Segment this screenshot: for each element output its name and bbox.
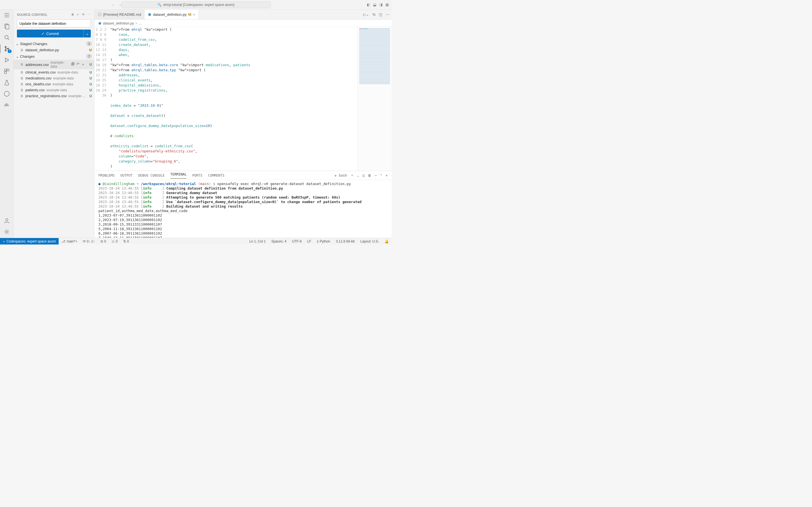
panel-close-icon[interactable]: × bbox=[386, 173, 388, 177]
layout-bottom-icon[interactable]: ⬓ bbox=[373, 3, 376, 7]
file-icon: 🗎 bbox=[20, 88, 24, 92]
file-entry[interactable]: 🗎dataset_definition.pyM bbox=[13, 47, 94, 53]
extensions-icon[interactable] bbox=[4, 68, 10, 74]
docker-icon[interactable] bbox=[4, 102, 10, 108]
tab-output[interactable]: OUTPUT bbox=[120, 173, 133, 177]
titlebar: ← → 🔍 ehrql-tutorial [Codespaces: expert… bbox=[0, 0, 392, 10]
status-warnings[interactable]: ⚠ 0 bbox=[109, 239, 120, 243]
layout-left-icon[interactable]: ◧ bbox=[367, 3, 370, 7]
breadcrumb-rest: … bbox=[139, 21, 142, 25]
status-errors[interactable]: ⊘ 0 bbox=[98, 239, 109, 243]
panel-tabs: PROBLEMS OUTPUT DEBUG CONSOLE TERMINAL P… bbox=[94, 171, 392, 180]
run-debug-icon[interactable] bbox=[4, 57, 10, 63]
command-center[interactable]: 🔍 ehrql-tutorial [Codespaces: expert spa… bbox=[121, 1, 271, 8]
status-ports[interactable]: ⇅ 0 bbox=[120, 239, 132, 243]
kill-terminal-icon[interactable]: 🗑 bbox=[368, 173, 371, 177]
line-number-gutter: 1 2 3 4 5 6 7 8 9 10 11 12 13 14 15 16 1… bbox=[94, 27, 110, 171]
commit-message-input[interactable] bbox=[17, 19, 91, 27]
search-activity-icon[interactable] bbox=[4, 34, 10, 41]
panel-more-icon[interactable]: ⋯ bbox=[375, 173, 377, 177]
breadcrumb[interactable]: ⬢ dataset_definition.py › … bbox=[94, 20, 392, 27]
file-name: dataset_definition.py bbox=[26, 48, 59, 52]
file-entry[interactable]: 🗎patients.csv example-dataU bbox=[13, 87, 94, 93]
svg-rect-14 bbox=[7, 105, 8, 106]
stage-icon[interactable]: ＋ bbox=[81, 62, 85, 67]
tab-readme[interactable]: ⓘ [Preview] README.md bbox=[94, 10, 145, 19]
commit-check-icon[interactable]: ✓ bbox=[77, 13, 79, 16]
run-icon[interactable]: ▷⌄ bbox=[363, 12, 369, 17]
svg-point-16 bbox=[6, 231, 8, 233]
file-entry[interactable]: 🗎addresses.csv example-data🗐↶＋U bbox=[13, 60, 94, 69]
file-status: M bbox=[89, 48, 92, 52]
nav-forward-icon[interactable]: → bbox=[118, 3, 122, 7]
file-status: U bbox=[89, 94, 92, 98]
split-editor-icon[interactable]: ◫ bbox=[379, 12, 382, 17]
new-terminal-icon[interactable]: ＋ bbox=[350, 173, 354, 178]
status-sync[interactable]: ⟳ 0↓ 1↑ bbox=[80, 239, 98, 243]
panel-maximize-icon[interactable]: ⌃ bbox=[380, 173, 382, 177]
commit-split-button[interactable]: ⌄ bbox=[84, 30, 91, 38]
status-bell-icon[interactable]: 🔔 bbox=[382, 239, 392, 243]
status-python-version[interactable]: 3.11.6 64-bit bbox=[333, 239, 357, 243]
status-branch[interactable]: ⎇ main*+ bbox=[59, 239, 80, 243]
source-control-icon[interactable]: 7 bbox=[4, 46, 10, 52]
code-editor[interactable]: "kw">from ehrql "kw">import ( case, code… bbox=[110, 27, 392, 171]
svg-rect-12 bbox=[6, 105, 7, 106]
settings-gear-icon[interactable] bbox=[4, 229, 10, 235]
layout-right-icon[interactable]: ◨ bbox=[379, 3, 383, 7]
view-as-tree-icon[interactable]: ≣ bbox=[71, 13, 74, 16]
file-entry[interactable]: 🗎clinical_events.csv example-dataU bbox=[13, 69, 94, 75]
diff-icon[interactable]: ⇆ bbox=[372, 12, 375, 17]
explorer-icon[interactable] bbox=[4, 23, 10, 29]
scm-badge: 7 bbox=[8, 50, 11, 53]
commit-button[interactable]: ✓ Commit bbox=[17, 30, 84, 38]
source-control-sidebar: SOURCE CONTROL ≣ ✓ ⟳ ⋯ ✓ Commit ⌄ ⌄ Stag… bbox=[13, 10, 94, 238]
file-entry[interactable]: 🗎ons_deaths.csv example-dataU bbox=[13, 81, 94, 87]
layout-grid-icon[interactable]: ▦ bbox=[386, 3, 389, 7]
menu-icon[interactable] bbox=[4, 12, 10, 18]
changes-section[interactable]: ⌄ Changes 7 bbox=[13, 53, 94, 60]
tab-ports[interactable]: PORTS bbox=[192, 173, 202, 177]
close-icon[interactable]: × bbox=[193, 12, 195, 17]
discard-icon[interactable]: ↶ bbox=[77, 62, 80, 67]
status-lncol[interactable]: Ln 1, Col 1 bbox=[246, 239, 268, 243]
nav-back-icon[interactable]: ← bbox=[111, 3, 115, 7]
file-status: U bbox=[89, 62, 92, 66]
status-language[interactable]: ⟠ Python bbox=[314, 239, 333, 243]
staged-changes-section[interactable]: ⌄ Staged Changes 1 bbox=[13, 40, 94, 47]
remote-indicator[interactable]: ⟐ Codespaces: expert space acorn bbox=[0, 238, 59, 244]
editor-area: ⓘ [Preview] README.md ⬢ dataset_definiti… bbox=[94, 10, 392, 238]
file-path: example-data bbox=[52, 82, 73, 86]
status-eol[interactable]: LF bbox=[305, 239, 314, 243]
status-layout[interactable]: Layout: U.S. bbox=[357, 239, 382, 243]
tab-debug-console[interactable]: DEBUG CONSOLE bbox=[138, 173, 165, 177]
status-encoding[interactable]: UTF-8 bbox=[289, 239, 305, 243]
testing-icon[interactable] bbox=[4, 79, 10, 86]
split-terminal-icon[interactable]: ◫ bbox=[363, 173, 364, 177]
python-icon: ⬢ bbox=[148, 12, 151, 17]
svg-rect-1 bbox=[6, 25, 9, 29]
open-file-icon[interactable]: 🗐 bbox=[71, 62, 75, 67]
file-entry[interactable]: 🗎medications.csv example-dataU bbox=[13, 75, 94, 81]
status-spaces[interactable]: Spaces: 4 bbox=[268, 239, 289, 243]
file-status: U bbox=[89, 88, 92, 92]
more-icon[interactable]: ⋯ bbox=[88, 13, 91, 16]
terminal-shell-label[interactable]: ▶ bash bbox=[335, 173, 347, 177]
terminal-dropdown-icon[interactable]: ⌄ bbox=[357, 173, 359, 177]
remote-label: Codespaces: expert space acorn bbox=[6, 239, 56, 243]
file-icon: 🗎 bbox=[20, 70, 24, 74]
info-icon: ⓘ bbox=[98, 12, 101, 17]
file-entry[interactable]: 🗎practice_registrations.csv example-…U bbox=[13, 93, 94, 99]
more-actions-icon[interactable]: ⋯ bbox=[386, 12, 389, 17]
tab-dataset-definition[interactable]: ⬢ dataset_definition.py M × bbox=[145, 10, 199, 19]
python-icon: ⬢ bbox=[98, 21, 101, 25]
github-icon[interactable] bbox=[4, 91, 10, 97]
tab-problems[interactable]: PROBLEMS bbox=[98, 173, 115, 177]
minimap[interactable] bbox=[357, 27, 392, 171]
changes-count: 7 bbox=[86, 54, 92, 59]
tab-terminal[interactable]: TERMINAL bbox=[170, 172, 187, 179]
terminal-body[interactable]: ● @iaindillingham ➜ /workspaces/ehrql-tu… bbox=[94, 180, 392, 238]
accounts-icon[interactable] bbox=[4, 217, 10, 224]
tab-comments[interactable]: COMMENTS bbox=[208, 173, 224, 177]
refresh-icon[interactable]: ⟳ bbox=[82, 13, 85, 16]
